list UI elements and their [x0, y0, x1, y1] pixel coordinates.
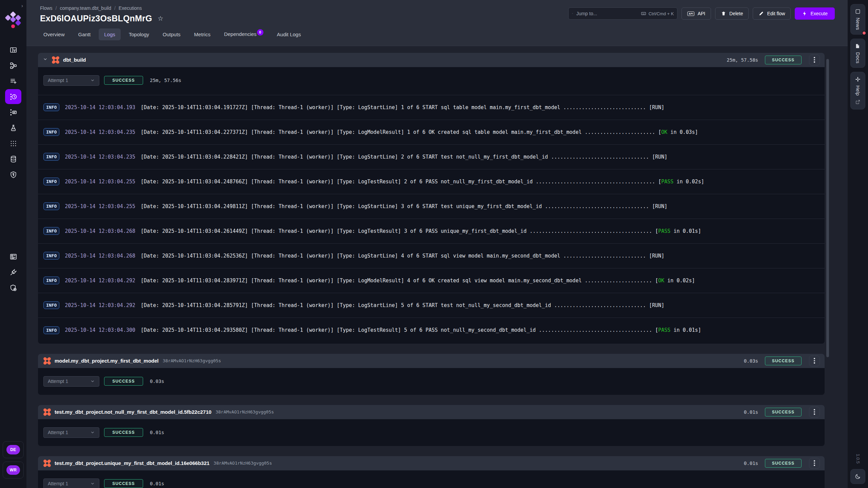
log-row: INFO2025-10-14 12:03:04.292[Date: 2025-1… — [38, 268, 825, 293]
attempt-select[interactable]: Attempt 1 — [43, 376, 99, 387]
favorite-star-icon[interactable]: ☆ — [158, 15, 163, 22]
rail-tab-news[interactable]: News — [850, 4, 865, 35]
attempt-select-value: Attempt 1 — [48, 78, 68, 83]
page-scrollbar[interactable] — [826, 46, 829, 488]
sidebar-item-administration[interactable] — [5, 280, 21, 295]
moon-icon — [854, 473, 861, 480]
task-duration: 0.01s — [744, 461, 758, 466]
sidebar-avatars: DEWR — [3, 441, 24, 482]
sidebar-item-blueprints[interactable] — [5, 249, 21, 264]
attempt-select[interactable]: Attempt 1 — [43, 75, 99, 86]
attempt-duration: 0.03s — [150, 379, 164, 384]
task-menu-button[interactable] — [809, 458, 820, 469]
log-level-badge: INFO — [43, 178, 59, 185]
sidebar-item-executions[interactable] — [5, 89, 21, 104]
chevron-down-icon[interactable] — [43, 57, 48, 63]
tab-dependencies[interactable]: Dependencies0 — [219, 28, 269, 41]
log-timestamp: 2025-10-14 12:03:04.268 — [65, 228, 135, 234]
sidebar-expand-icon[interactable]: › — [21, 3, 23, 8]
logs-content: dbt_build25m, 57.58sSUCCESSAttempt 1SUCC… — [26, 46, 848, 488]
right-rail: NewsDocsHelp 1.0.5 — [848, 0, 868, 488]
tab-badge: 0 — [257, 29, 263, 36]
sidebar-item-secrets[interactable] — [5, 167, 21, 182]
edit-flow-button[interactable]: Edit flow — [753, 7, 791, 20]
task-menu-button[interactable] — [809, 55, 820, 65]
taskrun-id: 38rAMvAO1rNzH63gvgg05s — [163, 358, 221, 363]
task-name: test.my_dbt_project.unique_my_first_dbt_… — [55, 460, 210, 466]
log-timestamp: 2025-10-14 12:03:04.235 — [65, 154, 135, 160]
sidebar-item-kv-store[interactable] — [5, 151, 21, 166]
notification-dot — [862, 31, 866, 35]
status-badge: SUCCESS — [104, 428, 143, 437]
sidebar-item-templates[interactable] — [5, 74, 21, 88]
status-badge: SUCCESS — [765, 56, 802, 64]
task-header[interactable]: test.my_dbt_project.unique_my_first_dbt_… — [38, 456, 825, 470]
task-duration: 0.03s — [744, 358, 758, 364]
log-row: INFO2025-10-14 12:03:04.235[Date: 2025-1… — [38, 145, 825, 169]
task-header[interactable]: dbt_build25m, 57.58sSUCCESS — [38, 53, 825, 67]
log-timestamp: 2025-10-14 12:03:04.193 — [65, 104, 135, 110]
attempt-row: Attempt 1SUCCESS0.01s — [38, 419, 825, 446]
flows-icon — [9, 62, 17, 69]
tab-outputs[interactable]: Outputs — [157, 28, 186, 40]
sidebar-item-dashboard[interactable] — [5, 42, 21, 57]
tab-overview[interactable]: Overview — [38, 28, 70, 40]
scrollbar-thumb[interactable] — [826, 59, 829, 357]
sidebar-nav — [0, 42, 26, 296]
sidebar-item-tests[interactable] — [5, 120, 21, 135]
attempt-select[interactable]: Attempt 1 — [43, 427, 99, 438]
page-title: ExD6lOAUPiz3OsBLQnMrG — [40, 14, 152, 23]
tab-logs[interactable]: Logs — [99, 28, 121, 40]
task-menu-button[interactable] — [809, 407, 820, 418]
executions-icon — [9, 93, 17, 101]
avatar-button-wr[interactable]: WR — [3, 462, 24, 479]
task-duration: 0.01s — [744, 409, 758, 415]
status-badge: SUCCESS — [104, 76, 143, 85]
log-message: [Date: 2025-10-14T11:03:04.228421Z] [Thr… — [141, 154, 667, 160]
task-header[interactable]: model.my_dbt_project.my_first_dbt_model3… — [38, 354, 825, 368]
log-row: INFO2025-10-14 12:03:04.255[Date: 2025-1… — [38, 169, 825, 194]
topbar: Flows/company.team.dbt_build/Executions … — [26, 0, 848, 23]
search-input[interactable] — [576, 11, 638, 16]
log-level-badge: INFO — [43, 103, 59, 111]
avatar: WR — [6, 465, 20, 475]
task-menu-button[interactable] — [809, 355, 820, 366]
shield-account-icon — [9, 284, 17, 292]
attempt-select[interactable]: Attempt 1 — [43, 479, 99, 488]
plug-icon — [9, 268, 17, 276]
sidebar-item-plugins[interactable] — [5, 265, 21, 280]
rail-tab-help[interactable]: Help — [850, 72, 865, 109]
breadcrumb-item[interactable]: company.team.dbt_build — [60, 5, 111, 11]
log-level-badge: INFO — [43, 252, 59, 260]
sidebar-item-apps[interactable] — [5, 136, 21, 151]
sidebar-item-flows[interactable] — [5, 58, 21, 73]
delete-button[interactable]: Delete — [715, 7, 749, 20]
tab-topology[interactable]: Topology — [123, 28, 155, 40]
rail-tab-docs[interactable]: Docs — [850, 39, 865, 68]
attempt-select-value: Attempt 1 — [48, 379, 68, 384]
log-row: INFO2025-10-14 12:03:04.255[Date: 2025-1… — [38, 194, 825, 219]
shield-key-icon — [9, 171, 17, 179]
task-header[interactable]: test.my_dbt_project.not_null_my_first_db… — [38, 405, 825, 419]
tab-audit-logs[interactable]: Audit Logs — [272, 28, 307, 40]
tab-metrics[interactable]: Metrics — [189, 28, 216, 40]
breadcrumb: Flows/company.team.dbt_build/Executions — [40, 5, 163, 11]
breadcrumb-item[interactable]: Flows — [40, 5, 53, 11]
kestra-logo[interactable] — [4, 12, 22, 30]
chev-down-icon — [90, 379, 95, 384]
theme-toggle-button[interactable] — [850, 469, 865, 484]
sidebar-item-logs[interactable] — [5, 105, 21, 120]
trash-icon — [721, 11, 726, 16]
rail-tab-label: Help — [855, 85, 861, 96]
log-row: INFO2025-10-14 12:03:04.235[Date: 2025-1… — [38, 120, 825, 145]
tab-gantt[interactable]: Gantt — [73, 28, 96, 40]
breadcrumb-item[interactable]: Executions — [119, 5, 142, 11]
avatar-button-de[interactable]: DE — [3, 441, 24, 458]
task-card: test.my_dbt_project.not_null_my_first_db… — [38, 405, 825, 446]
api-button[interactable]: API API — [682, 7, 711, 20]
jump-to-search[interactable]: Ctrl/Cmd + K — [568, 7, 677, 20]
status-badge: SUCCESS — [765, 459, 802, 468]
database-icon — [9, 155, 17, 163]
log-message: [Date: 2025-10-14T11:03:04.261449Z] [Thr… — [141, 228, 701, 234]
execute-button[interactable]: Execute — [795, 7, 835, 20]
